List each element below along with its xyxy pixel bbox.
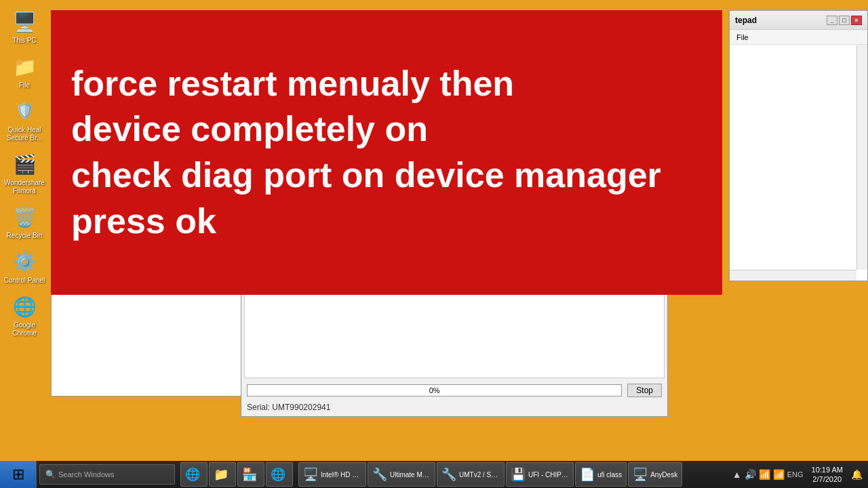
start-button[interactable]: ⊞ — [0, 461, 37, 488]
this-pc-icon: 🖥️ — [11, 8, 38, 35]
instruction-line-2: device completely on — [71, 106, 702, 152]
taskbar-umt[interactable]: 🔧 Ultimate Multi Too... — [368, 462, 435, 487]
tray-notification-icon[interactable]: 🔔 — [851, 469, 863, 480]
uficlass-icon: 📄 — [580, 467, 595, 482]
file-icon: 📁 — [11, 53, 38, 80]
taskbar-anydesk[interactable]: 🖥️ AnyDesk — [628, 462, 682, 487]
control-label: Control Panel — [4, 277, 45, 285]
taskbar-item-chrome-tb[interactable]: 🌐 — [266, 462, 293, 487]
instruction-line-3: check diag port on device manager — [71, 152, 702, 199]
umt-serial: Serial: UMT990202941 — [241, 400, 667, 416]
tray-volume-icon[interactable]: 📶 — [759, 469, 770, 480]
stop-button[interactable]: Stop — [627, 384, 662, 397]
clock-time: 10:19 AM — [812, 465, 843, 474]
search-icon: 🔍 — [45, 470, 56, 479]
fileexp-icon: 📁 — [214, 467, 229, 482]
umt-tb-label: Ultimate Multi Too... — [390, 471, 431, 479]
taskbar-item-winstore[interactable]: 🏪 — [237, 462, 264, 487]
intel-label: Intel® HD Graphic... — [321, 471, 361, 479]
umtv2-label: UMTv2 / Support... — [459, 471, 500, 479]
progress-bar: 0% — [247, 384, 622, 396]
ufi-label: UFI - CHIP Prog... — [528, 471, 569, 479]
desktop-icon-area: 🖥️ This PC 📁 File 🛡️ Quick Heal Secure B… — [0, 0, 49, 340]
control-icon: ⚙️ — [11, 248, 38, 275]
winstore-icon: 🏪 — [242, 467, 257, 482]
taskbar-open-apps: 🖥️ Intel® HD Graphic... 🔧 Ultimate Multi… — [296, 462, 685, 487]
ufi-icon: 💾 — [511, 467, 526, 482]
notepad-scrollbar-h[interactable] — [730, 270, 856, 281]
desktop-icon-file[interactable]: 📁 File — [1, 50, 48, 92]
tray-network-icon[interactable]: 🔊 — [745, 469, 756, 480]
taskbar-item-fileexp[interactable]: 📁 — [209, 462, 236, 487]
taskbar-clock[interactable]: 10:19 AM 2/7/2020 — [806, 465, 848, 485]
desktop-icon-control[interactable]: ⚙️ Control Panel — [1, 245, 48, 287]
desktop-icon-quickheal[interactable]: 🛡️ Quick Heal Secure Br... — [1, 95, 48, 145]
notepad-window: tepad _ □ × File — [729, 10, 868, 281]
notepad-close-button[interactable]: × — [851, 16, 862, 25]
notepad-title: tepad — [735, 16, 757, 25]
taskbar-intel-graphics[interactable]: 🖥️ Intel® HD Graphic... — [298, 462, 366, 487]
notepad-content[interactable] — [730, 45, 867, 281]
intel-icon: 🖥️ — [303, 467, 318, 482]
taskbar-umtv2[interactable]: 🔧 UMTv2 / Support... — [437, 462, 505, 487]
progress-label: 0% — [429, 386, 440, 394]
umt-tb-icon: 🔧 — [372, 467, 387, 482]
notepad-maximize-button[interactable]: □ — [839, 16, 850, 25]
notepad-minimize-button[interactable]: _ — [827, 16, 837, 25]
ie-icon: 🌐 — [185, 467, 200, 482]
recycle-icon: 🗑️ — [11, 203, 38, 230]
wondershare-label: Wondershare Filmora — [2, 179, 47, 195]
umtv2-icon: 🔧 — [441, 467, 456, 482]
notepad-scrollbar-v[interactable] — [856, 45, 867, 270]
notepad-file-menu[interactable]: File — [732, 33, 753, 41]
taskbar-item-ie[interactable]: 🌐 — [180, 462, 208, 487]
instruction-line-1: force restart menualy then — [71, 61, 702, 107]
notepad-window-controls: _ □ × — [827, 16, 862, 25]
recycle-label: Recycle Bin — [7, 232, 43, 240]
notepad-titlebar: tepad _ □ × — [730, 11, 867, 30]
uficlass-label: ufi class — [597, 471, 622, 479]
red-overlay: force restart menualy then device comple… — [51, 10, 722, 295]
clock-date: 2/7/2020 — [812, 474, 842, 484]
desktop-icon-chrome[interactable]: 🌐 Google Chrome — [1, 290, 48, 340]
desktop-icon-this-pc[interactable]: 🖥️ This PC — [1, 5, 48, 47]
search-label: Search Windows — [58, 470, 115, 479]
file-label: File — [19, 81, 30, 89]
umt-progress-area: 0% Stop — [241, 381, 667, 400]
taskbar-search[interactable]: 🔍 Search Windows — [39, 464, 175, 485]
wondershare-icon: 🎬 — [11, 150, 38, 178]
instruction-line-4: press ok — [71, 199, 702, 245]
desktop-icon-recycle[interactable]: 🗑️ Recycle Bin — [1, 201, 48, 243]
tray-signal-icon[interactable]: 📶 — [773, 469, 785, 480]
taskbar-ufi[interactable]: 💾 UFI - CHIP Prog... — [506, 462, 574, 487]
taskbar: ⊞ 🔍 Search Windows 🌐 📁 🏪 🌐 🖥️ Intel® HD … — [0, 461, 868, 488]
taskbar-running-apps: 🌐 📁 🏪 🌐 — [178, 462, 296, 487]
quickheal-icon: 🛡️ — [11, 98, 38, 125]
taskbar-tray: ▲ 🔊 📶 📶 ENG 10:19 AM 2/7/2020 🔔 — [727, 461, 868, 488]
notepad-menubar: File — [730, 30, 867, 45]
desktop-icon-wondershare[interactable]: 🎬 Wondershare Filmora — [1, 148, 48, 198]
anydesk-label: AnyDesk — [650, 471, 677, 479]
windows-logo-icon: ⊞ — [12, 466, 24, 483]
tray-lang: ENG — [787, 470, 804, 479]
this-pc-label: This PC — [12, 37, 37, 45]
tray-up-arrow-icon[interactable]: ▲ — [732, 469, 742, 480]
quickheal-label: Quick Heal Secure Br... — [2, 126, 47, 142]
chrome-desk-icon: 🌐 — [11, 293, 38, 320]
chrome-desk-label: Google Chrome — [2, 321, 47, 338]
anydesk-icon: 🖥️ — [633, 467, 648, 482]
taskbar-uficlass[interactable]: 📄 ufi class — [575, 462, 627, 487]
chrome-tb-icon: 🌐 — [271, 467, 285, 482]
